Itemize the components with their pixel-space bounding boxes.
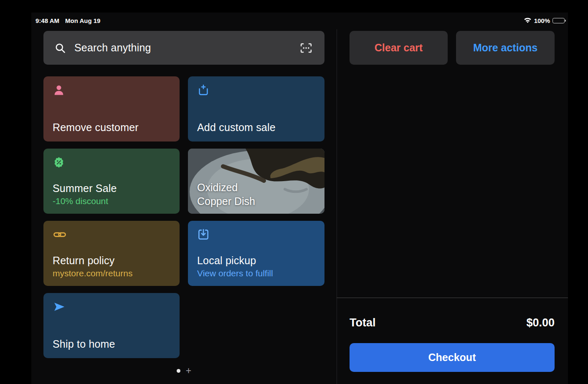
tile-title: Local pickup: [197, 254, 315, 267]
total-value: $0.00: [526, 316, 555, 329]
search-icon: [54, 42, 66, 54]
status-bar: 9:48 AM Mon Aug 19 100%: [35, 16, 565, 25]
status-date: Mon Aug 19: [65, 17, 100, 24]
checkout-button[interactable]: Checkout: [350, 343, 555, 372]
pos-app-screen: 9:48 AM Mon Aug 19 100% Search anythin: [31, 13, 568, 384]
tile-title: Remove customer: [53, 121, 170, 134]
tile-title: Oxidized Copper Dish: [197, 181, 272, 208]
paper-plane-icon: [53, 301, 170, 313]
custom-sale-add-icon: [197, 84, 315, 96]
barcode-scan-icon[interactable]: [299, 42, 314, 54]
tile-grid: Remove customer Add custom sale: [43, 76, 324, 358]
total-divider: [337, 298, 568, 298]
panel-divider: [337, 29, 337, 384]
wifi-icon: [524, 18, 532, 23]
tile-summer-sale[interactable]: Summer Sale -10% discount: [43, 149, 180, 214]
tile-title: Ship to home: [53, 338, 170, 351]
tile-product-oxidized-copper-dish[interactable]: Oxidized Copper Dish: [188, 149, 324, 214]
tile-subtitle: View orders to fulfill: [197, 268, 315, 278]
discount-badge-icon: [53, 156, 170, 169]
battery-icon: [553, 18, 565, 23]
tile-add-custom-sale[interactable]: Add custom sale: [188, 76, 324, 141]
tile-return-policy[interactable]: Return policy mystore.com/returns: [43, 221, 180, 286]
tile-title: Add custom sale: [197, 121, 315, 134]
search-placeholder: Search anything: [74, 42, 151, 54]
add-page-button[interactable]: +: [186, 366, 191, 376]
box-arrow-down-icon: [197, 228, 315, 241]
clear-cart-button[interactable]: Clear cart: [350, 31, 448, 65]
total-label: Total: [350, 316, 376, 329]
tile-title: Summer Sale: [53, 182, 170, 195]
person-icon: [53, 84, 170, 96]
tile-local-pickup[interactable]: Local pickup View orders to fulfill: [188, 221, 324, 286]
total-row: Total $0.00: [350, 316, 555, 329]
status-time: 9:48 AM: [35, 17, 59, 24]
battery-percent-label: 100%: [534, 17, 550, 24]
search-input[interactable]: Search anything: [43, 31, 324, 65]
link-icon: [53, 228, 170, 241]
more-actions-button[interactable]: More actions: [456, 31, 555, 65]
page-dot[interactable]: [177, 369, 180, 373]
tile-subtitle: mystore.com/returns: [53, 268, 170, 278]
tile-ship-to-home[interactable]: Ship to home: [43, 293, 180, 358]
tile-title: Return policy: [53, 254, 170, 267]
page-indicator: +: [43, 366, 324, 375]
tile-subtitle: -10% discount: [53, 196, 170, 206]
tile-remove-customer[interactable]: Remove customer: [43, 76, 180, 141]
